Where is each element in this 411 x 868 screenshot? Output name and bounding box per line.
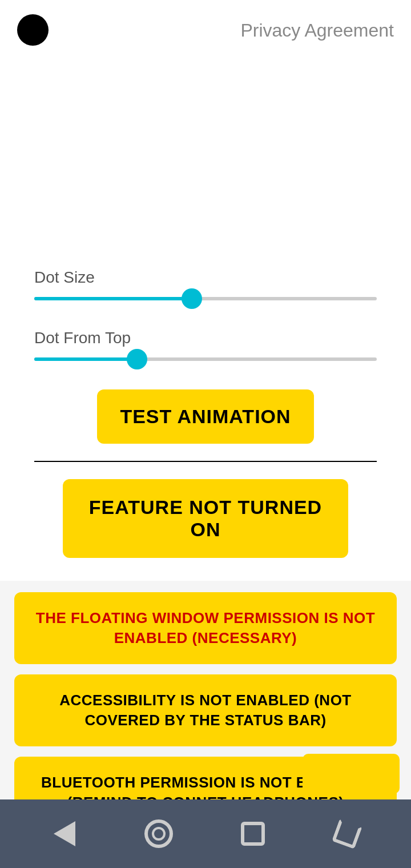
dot-from-top-label: Dot From Top xyxy=(34,329,377,347)
dot-from-top-thumb[interactable] xyxy=(127,349,147,369)
preview-area xyxy=(0,74,411,257)
nav-recents-button[interactable] xyxy=(230,811,276,857)
dot-size-label: Dot Size xyxy=(34,268,377,287)
dot-size-slider-group: Dot Size xyxy=(34,268,377,300)
header: Privacy Agreement xyxy=(0,0,411,74)
dot-from-top-slider-track[interactable] xyxy=(34,357,377,361)
controls-area: Dot Size Dot From Top TEST ANIMATION FEA… xyxy=(0,257,411,569)
nav-rotate-button[interactable] xyxy=(324,811,370,857)
dot-size-track-fill xyxy=(34,297,192,300)
feature-not-turned-on-button[interactable]: FEATURE NOT TURNED ON xyxy=(63,479,348,558)
test-animation-button[interactable]: TEST ANIMATION xyxy=(97,389,314,444)
nav-home-button[interactable] xyxy=(136,811,182,857)
recents-icon xyxy=(241,822,265,846)
back-icon xyxy=(54,821,75,846)
dot-from-top-slider-group: Dot From Top xyxy=(34,329,377,361)
dot-from-top-track-fill xyxy=(34,357,137,361)
divider xyxy=(34,461,377,462)
dot-size-slider-track[interactable] xyxy=(34,297,377,300)
headset-action-button[interactable] xyxy=(303,754,400,794)
nav-bar xyxy=(0,799,411,868)
warning-floating-window[interactable]: THE FLOATING WINDOW PERMISSION IS NOT EN… xyxy=(14,592,397,664)
rotate-icon xyxy=(332,818,362,849)
home-icon xyxy=(144,819,173,848)
privacy-agreement-link[interactable]: Privacy Agreement xyxy=(240,20,394,41)
nav-back-button[interactable] xyxy=(42,811,87,857)
warning-accessibility[interactable]: ACCESSIBILITY IS NOT ENABLED (NOT COVERE… xyxy=(14,674,397,746)
dot-size-thumb[interactable] xyxy=(182,288,202,309)
dot-indicator xyxy=(17,14,49,46)
